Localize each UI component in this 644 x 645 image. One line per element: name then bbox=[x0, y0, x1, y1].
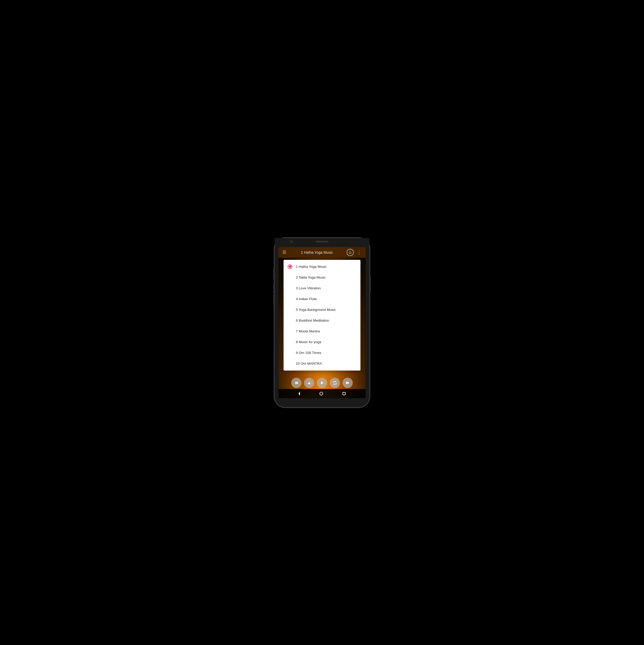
more-options-icon[interactable]: ⋮ bbox=[356, 249, 362, 256]
playlist-item[interactable]: 10 Om MANTRA bbox=[284, 358, 360, 369]
fast-forward-button[interactable] bbox=[342, 378, 353, 388]
playlist-item[interactable]: 3 Love Vibration bbox=[284, 283, 360, 294]
playlist-item-label: 7 Moola Mantra bbox=[296, 329, 320, 333]
playlist-item[interactable]: 6 Buddhist Meditation bbox=[284, 315, 360, 326]
playlist-item[interactable]: 5 Yoga Background Music bbox=[284, 304, 360, 315]
playlist-item-label: 5 Yoga Background Music bbox=[296, 308, 336, 311]
up-button[interactable] bbox=[304, 378, 314, 388]
radio-empty-icon bbox=[288, 329, 292, 334]
playlist-item[interactable]: 7 Moola Mantra bbox=[284, 326, 360, 337]
svg-marker-3 bbox=[346, 381, 349, 384]
playlist-item-label: 1 Hatha Yoga Music bbox=[296, 265, 327, 268]
radio-empty-icon bbox=[288, 318, 292, 323]
playlist-item-label: 6 Buddhist Meditation bbox=[296, 318, 329, 322]
radio-empty-icon bbox=[288, 307, 292, 312]
radio-empty-icon bbox=[288, 297, 292, 301]
timer-label: 15min bbox=[349, 251, 352, 254]
phone-screen: ☰ 1 Hatha Yoga Music 15min ⋮ 1 Hatha Yog… bbox=[279, 247, 365, 398]
speaker-grille bbox=[316, 241, 328, 242]
play-button[interactable] bbox=[317, 378, 327, 388]
radio-empty-icon bbox=[288, 340, 292, 345]
playlist-item[interactable]: 4 Indian Flute bbox=[284, 294, 360, 304]
playlist-item-label: 9 Om 108 Times bbox=[296, 351, 321, 355]
radio-empty-icon bbox=[288, 351, 292, 355]
timer-button[interactable]: 15min bbox=[347, 249, 354, 256]
playlist-item[interactable]: 1 Hatha Yoga Music bbox=[284, 261, 360, 272]
svg-marker-2 bbox=[321, 381, 324, 384]
android-nav-bar bbox=[279, 389, 365, 398]
toolbar: ☰ 1 Hatha Yoga Music 15min ⋮ bbox=[279, 247, 365, 258]
radio-empty-icon bbox=[288, 286, 292, 290]
repeat-button[interactable] bbox=[330, 378, 340, 388]
recents-button[interactable] bbox=[342, 392, 346, 395]
radio-selected-icon bbox=[288, 264, 292, 269]
playlist-popup: 1 Hatha Yoga Music2 Tabla Yoga Music3 Lo… bbox=[284, 260, 360, 371]
playlist-item[interactable]: 9 Om 108 Times bbox=[284, 348, 360, 358]
phone-top-bar bbox=[275, 238, 369, 245]
back-button[interactable] bbox=[298, 392, 300, 396]
svg-marker-1 bbox=[308, 382, 311, 384]
phone-device: ☰ 1 Hatha Yoga Music 15min ⋮ 1 Hatha Yog… bbox=[275, 238, 369, 407]
playlist-item-label: 8 Music for yoga bbox=[296, 340, 321, 344]
rewind-button[interactable] bbox=[291, 378, 302, 388]
toolbar-title: 1 Hatha Yoga Music bbox=[289, 250, 345, 254]
playlist-item[interactable]: 2 Tabla Yoga Music bbox=[284, 272, 360, 283]
playlist-item[interactable]: 8 Music for yoga bbox=[284, 337, 360, 348]
playlist-item-label: 4 Indian Flute bbox=[296, 297, 317, 301]
radio-empty-icon bbox=[288, 275, 292, 280]
playlist-item-label: 3 Love Vibration bbox=[296, 286, 321, 290]
playlist-item-label: 2 Tabla Yoga Music bbox=[296, 275, 326, 279]
camera-dot bbox=[290, 240, 293, 243]
radio-empty-icon bbox=[288, 361, 292, 366]
app-screen: ☰ 1 Hatha Yoga Music 15min ⋮ 1 Hatha Yog… bbox=[279, 247, 365, 398]
playlist-item-label: 10 Om MANTRA bbox=[296, 362, 322, 366]
playback-controls bbox=[279, 378, 365, 388]
svg-marker-0 bbox=[295, 381, 298, 384]
home-button[interactable] bbox=[319, 392, 323, 395]
menu-icon[interactable]: ☰ bbox=[282, 249, 287, 256]
